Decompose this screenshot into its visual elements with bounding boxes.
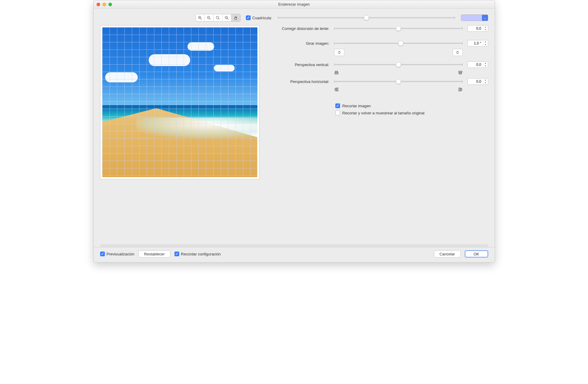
cancel-button[interactable]: Cancelar bbox=[434, 250, 461, 257]
checkbox-icon bbox=[335, 111, 340, 115]
window-controls bbox=[97, 3, 112, 6]
ok-button[interactable]: OK bbox=[465, 250, 488, 257]
perspective-v-slider[interactable] bbox=[332, 64, 464, 65]
svg-point-7 bbox=[216, 16, 218, 18]
svg-line-8 bbox=[218, 18, 220, 20]
image-preview[interactable] bbox=[100, 25, 259, 179]
chevron-down-icon: ⌄ bbox=[482, 15, 488, 21]
svg-line-10 bbox=[227, 18, 228, 20]
rotate-label: Girar imagen: bbox=[267, 41, 332, 46]
svg-line-5 bbox=[209, 18, 211, 20]
svg-text:100: 100 bbox=[225, 17, 228, 18]
svg-line-1 bbox=[201, 18, 202, 20]
checkbox-icon bbox=[335, 103, 340, 108]
grid-size-slider[interactable] bbox=[278, 17, 455, 18]
zoom-100-button[interactable]: 100 bbox=[222, 14, 231, 21]
perspective-h-label: Perspectiva horizontal: bbox=[267, 79, 332, 84]
stepper-down-icon[interactable]: ▾ bbox=[483, 28, 488, 31]
rotate-stepper[interactable]: 1,0 ° ▴▾ bbox=[467, 40, 488, 47]
rotate-cw-button[interactable] bbox=[453, 49, 463, 56]
preview-checkbox[interactable]: Previsualización bbox=[100, 252, 134, 256]
grid-checkbox-label: Cuadrícula: bbox=[252, 16, 272, 20]
perspective-v-stepper[interactable]: 0,0 ▴▾ bbox=[467, 61, 488, 68]
window-maximize-button[interactable] bbox=[108, 3, 112, 6]
titlebar: Enderezar imagen bbox=[94, 0, 495, 9]
perspective-h-slider[interactable] bbox=[332, 81, 464, 82]
slider-thumb[interactable] bbox=[364, 15, 369, 20]
perspective-h-left-icon bbox=[334, 87, 339, 93]
zoom-out-button[interactable] bbox=[205, 14, 214, 21]
perspective-h-right-icon bbox=[458, 87, 463, 93]
straighten-image-dialog: Enderezar imagen 100 bbox=[93, 0, 495, 263]
checkbox-icon bbox=[100, 252, 105, 256]
stepper-up-icon[interactable]: ▴ bbox=[483, 25, 488, 28]
perspective-v-label: Perspectiva vertical: bbox=[267, 63, 332, 67]
resample-checkbox[interactable]: Recortar y volver a muestrear al tamaño … bbox=[335, 111, 488, 115]
color-swatch bbox=[461, 15, 482, 21]
pan-hand-button[interactable] bbox=[231, 14, 240, 21]
lens-distortion-slider[interactable] bbox=[332, 28, 464, 29]
rotate-slider[interactable] bbox=[332, 43, 464, 44]
window-title: Enderezar imagen bbox=[94, 2, 495, 7]
zoom-tool-group: 100 bbox=[196, 14, 241, 22]
grid-color-picker[interactable]: ⌄ bbox=[461, 15, 488, 21]
horizontal-scrollbar[interactable] bbox=[100, 244, 488, 247]
crop-image-checkbox[interactable]: Recortar imagen bbox=[335, 103, 488, 108]
lens-distortion-stepper[interactable]: 0,0 ▴▾ bbox=[467, 25, 488, 32]
perspective-h-stepper[interactable]: 0,0 ▴▾ bbox=[467, 78, 488, 85]
window-minimize-button[interactable] bbox=[102, 3, 106, 6]
grid-overlay bbox=[102, 27, 257, 177]
reset-button[interactable]: Restablecer bbox=[138, 250, 170, 257]
remember-settings-checkbox[interactable]: Recordar configuración bbox=[174, 252, 221, 256]
grid-checkbox[interactable]: Cuadrícula: bbox=[246, 15, 272, 20]
rotate-ccw-button[interactable] bbox=[334, 49, 344, 56]
checkbox-icon bbox=[174, 252, 179, 256]
lens-distortion-label: Corregir distorsión de lente: bbox=[267, 26, 332, 31]
perspective-v-top-icon bbox=[334, 70, 339, 76]
zoom-fit-button[interactable] bbox=[214, 14, 222, 21]
checkbox-icon bbox=[246, 15, 251, 20]
zoom-in-button[interactable] bbox=[196, 14, 205, 21]
perspective-v-bottom-icon bbox=[458, 70, 463, 76]
window-close-button[interactable] bbox=[97, 3, 100, 6]
